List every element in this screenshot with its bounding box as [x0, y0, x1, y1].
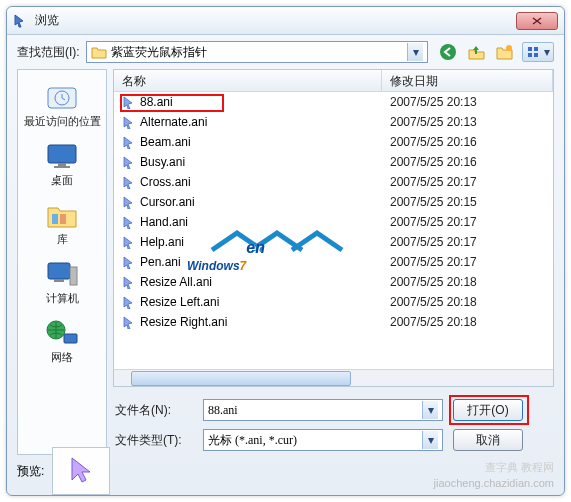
place-label: 库 — [57, 232, 68, 247]
file-row[interactable]: Cross.ani2007/5/25 20:17 — [114, 172, 553, 192]
chevron-down-icon[interactable]: ▾ — [407, 43, 423, 61]
cursor-preview-icon — [66, 454, 96, 488]
column-headers[interactable]: 名称 修改日期 — [114, 70, 553, 92]
place-computer[interactable]: 计算机 — [18, 255, 106, 310]
preview-label: 预览: — [17, 459, 44, 480]
file-name-label: 文件名(N): — [113, 402, 193, 419]
file-name-input[interactable]: 88.ani ▾ — [203, 399, 443, 421]
cursor-file-icon — [122, 215, 136, 229]
chevron-down-icon[interactable]: ▾ — [422, 431, 438, 449]
chevron-down-icon[interactable]: ▾ — [422, 401, 438, 419]
new-folder-button[interactable] — [494, 42, 514, 62]
cursor-file-icon — [122, 175, 136, 189]
place-label: 桌面 — [51, 173, 73, 188]
file-row[interactable]: 88.ani2007/5/25 20:13 — [114, 92, 553, 112]
browse-dialog: 浏览 查找范围(I): 紫蓝荧光鼠标指针 ▾ ▾ 最近访问的位置 桌面 — [6, 6, 565, 496]
place-label: 计算机 — [46, 291, 79, 306]
look-in-label: 查找范围(I): — [17, 44, 80, 61]
title-bar[interactable]: 浏览 — [7, 7, 564, 35]
file-name: Help.ani — [140, 235, 184, 249]
file-row[interactable]: Alternate.ani2007/5/25 20:13 — [114, 112, 553, 132]
place-desktop[interactable]: 桌面 — [18, 137, 106, 192]
file-name: Busy.ani — [140, 155, 185, 169]
file-name: Resize Right.ani — [140, 315, 227, 329]
file-name: Cursor.ani — [140, 195, 195, 209]
watermark-source-url: jiaocheng.chazidian.com — [434, 477, 554, 489]
recent-icon — [44, 82, 80, 112]
svg-point-1 — [506, 45, 512, 51]
file-row[interactable]: Pen.ani2007/5/25 20:17 — [114, 252, 553, 272]
svg-rect-5 — [534, 53, 538, 57]
place-network[interactable]: 网络 — [18, 314, 106, 369]
svg-rect-12 — [60, 214, 66, 224]
file-name: 88.ani — [140, 95, 173, 109]
network-icon — [44, 318, 80, 348]
back-icon — [439, 43, 457, 61]
close-icon — [531, 16, 543, 26]
place-label: 最近访问的位置 — [24, 114, 101, 129]
file-date: 2007/5/25 20:13 — [382, 95, 553, 109]
scrollbar-thumb[interactable] — [131, 371, 351, 386]
svg-rect-14 — [70, 267, 77, 285]
place-recent[interactable]: 最近访问的位置 — [18, 78, 106, 133]
back-button[interactable] — [438, 42, 458, 62]
file-date: 2007/5/25 20:17 — [382, 235, 553, 249]
column-name[interactable]: 名称 — [114, 70, 382, 91]
svg-point-0 — [440, 44, 456, 60]
file-name: Resize Left.ani — [140, 295, 219, 309]
file-row[interactable]: Resize Right.ani2007/5/25 20:18 — [114, 312, 553, 332]
file-date: 2007/5/25 20:17 — [382, 255, 553, 269]
computer-icon — [44, 259, 80, 289]
desktop-icon — [44, 141, 80, 171]
cancel-button[interactable]: 取消 — [453, 429, 523, 451]
close-button[interactable] — [516, 12, 558, 30]
chevron-down-icon: ▾ — [544, 45, 550, 59]
window-title: 浏览 — [35, 12, 516, 29]
cursor-file-icon — [122, 95, 136, 109]
cursor-file-icon — [122, 195, 136, 209]
look-in-combo[interactable]: 紫蓝荧光鼠标指针 ▾ — [86, 41, 428, 63]
horizontal-scrollbar[interactable] — [114, 369, 553, 386]
svg-rect-13 — [48, 263, 70, 279]
cursor-file-icon — [122, 135, 136, 149]
file-name: Pen.ani — [140, 255, 181, 269]
cursor-file-icon — [122, 235, 136, 249]
file-row[interactable]: Beam.ani2007/5/25 20:16 — [114, 132, 553, 152]
file-date: 2007/5/25 20:18 — [382, 295, 553, 309]
place-libraries[interactable]: 库 — [18, 196, 106, 251]
up-button[interactable] — [466, 42, 486, 62]
file-row[interactable]: Help.ani2007/5/25 20:17 — [114, 232, 553, 252]
place-label: 网络 — [51, 350, 73, 365]
open-button[interactable]: 打开(O) — [453, 399, 523, 421]
file-date: 2007/5/25 20:15 — [382, 195, 553, 209]
svg-rect-8 — [48, 145, 76, 163]
cursor-file-icon — [122, 275, 136, 289]
libraries-icon — [44, 200, 80, 230]
svg-rect-3 — [534, 47, 538, 51]
folder-icon — [91, 45, 107, 59]
file-row[interactable]: Resize Left.ani2007/5/25 20:18 — [114, 292, 553, 312]
svg-rect-15 — [54, 279, 64, 282]
file-type-label: 文件类型(T): — [113, 432, 193, 449]
new-folder-icon — [495, 43, 513, 61]
file-type-combo[interactable]: 光标 (*.ani, *.cur) ▾ — [203, 429, 443, 451]
cursor-file-icon — [122, 255, 136, 269]
file-list[interactable]: 名称 修改日期 88.ani2007/5/25 20:13Alternate.a… — [113, 69, 554, 387]
file-row[interactable]: Cursor.ani2007/5/25 20:15 — [114, 192, 553, 212]
cursor-file-icon — [122, 155, 136, 169]
file-type-value: 光标 (*.ani, *.cur) — [208, 432, 297, 449]
places-bar: 最近访问的位置 桌面 库 计算机 网络 — [17, 69, 107, 455]
column-date[interactable]: 修改日期 — [382, 70, 553, 91]
file-row[interactable]: Hand.ani2007/5/25 20:17 — [114, 212, 553, 232]
file-row[interactable]: Busy.ani2007/5/25 20:16 — [114, 152, 553, 172]
file-date: 2007/5/25 20:17 — [382, 175, 553, 189]
file-name: Resize All.ani — [140, 275, 212, 289]
toolbar: 查找范围(I): 紫蓝荧光鼠标指针 ▾ ▾ — [7, 35, 564, 69]
view-menu-button[interactable]: ▾ — [522, 42, 554, 62]
file-date: 2007/5/25 20:16 — [382, 155, 553, 169]
look-in-value: 紫蓝荧光鼠标指针 — [111, 44, 207, 61]
svg-rect-4 — [528, 53, 532, 57]
svg-rect-11 — [52, 214, 58, 224]
cursor-file-icon — [122, 115, 136, 129]
file-row[interactable]: Resize All.ani2007/5/25 20:18 — [114, 272, 553, 292]
